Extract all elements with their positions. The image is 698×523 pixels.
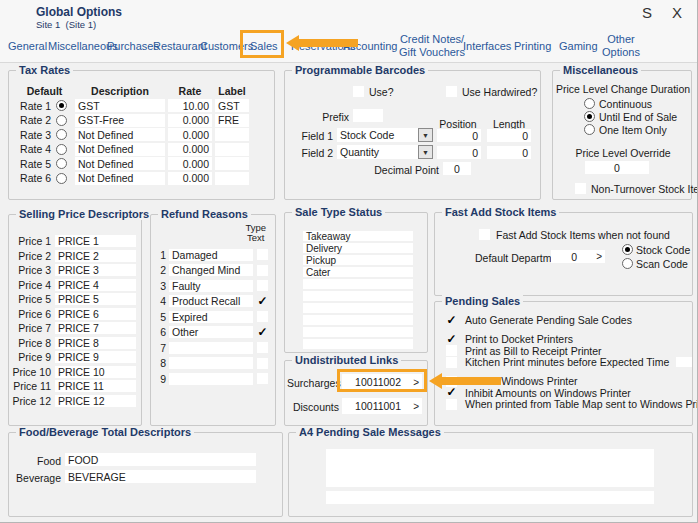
refund-reason-field[interactable]: Changed Mind	[169, 264, 253, 276]
tax-default-radio[interactable]	[56, 129, 67, 140]
field2-position-field[interactable]: 0	[437, 146, 481, 159]
tax-default-radio[interactable]	[56, 173, 67, 184]
tab-other-options[interactable]: Other Options	[602, 33, 640, 59]
until-end-of-sale-radio[interactable]	[584, 111, 595, 122]
refund-reason-field[interactable]	[169, 373, 253, 385]
use-checkbox[interactable]	[353, 86, 364, 97]
close-window-button[interactable]: X	[672, 4, 682, 21]
sale-type-field[interactable]: Delivery	[303, 243, 413, 253]
sale-type-field[interactable]	[303, 279, 413, 289]
tax-rate-field[interactable]: 0.000	[168, 114, 212, 127]
field2-dropdown[interactable]: Quantity ▼	[337, 145, 433, 159]
price-descriptor-field[interactable]: PRICE 5	[55, 293, 136, 305]
chevron-down-icon[interactable]: ▼	[418, 128, 433, 142]
tab-credit-notes-gift-vouchers[interactable]: Credit Notes/ Gift Vouchers	[399, 33, 465, 59]
tax-label-field[interactable]	[215, 172, 249, 185]
tax-rate-field[interactable]: 0.000	[168, 157, 212, 170]
tax-label-field[interactable]	[215, 157, 249, 170]
type-text-checkbox[interactable]: ✓	[256, 326, 269, 339]
price-descriptor-field[interactable]: PRICE 8	[55, 337, 136, 349]
tax-default-radio[interactable]	[56, 100, 67, 111]
tax-description-field[interactable]: Not Defined	[75, 143, 165, 156]
scan-code-radio[interactable]	[622, 258, 633, 269]
tax-rate-field[interactable]: 0.000	[168, 143, 212, 156]
refund-reason-field[interactable]: Faulty	[169, 280, 253, 292]
price-descriptor-field[interactable]: PRICE 12	[55, 395, 136, 407]
tax-description-field[interactable]: GST-Free	[75, 114, 165, 127]
tab-customers[interactable]: Customers	[200, 40, 253, 52]
tab-printing[interactable]: Printing	[514, 40, 551, 52]
type-text-checkbox[interactable]	[257, 311, 268, 322]
sale-type-field[interactable]: Takeaway	[303, 231, 413, 241]
price-descriptor-field[interactable]: PRICE 11	[55, 380, 136, 392]
discounts-field[interactable]: 10011001 >	[342, 398, 422, 414]
type-text-checkbox[interactable]	[257, 280, 268, 291]
price-descriptor-field[interactable]: PRICE 10	[55, 366, 136, 378]
tax-label-field[interactable]: GST	[215, 99, 249, 112]
type-text-checkbox[interactable]	[257, 249, 268, 260]
refund-reason-field[interactable]: Other	[169, 326, 253, 338]
price-descriptor-field[interactable]: PRICE 9	[55, 351, 136, 363]
food-field[interactable]: FOOD	[65, 453, 256, 466]
refund-reason-field[interactable]: Expired	[169, 311, 253, 323]
table-map-checkbox[interactable]	[446, 399, 457, 410]
tax-default-radio[interactable]	[56, 115, 67, 126]
tax-label-field[interactable]	[215, 143, 249, 156]
save-window-button[interactable]: S	[642, 4, 652, 21]
surcharges-field[interactable]: 10011002 >	[342, 374, 422, 390]
tab-purchases[interactable]: Purchases	[107, 40, 159, 52]
a4-message-textarea[interactable]	[326, 449, 654, 487]
tab-accounting[interactable]: Accounting	[343, 40, 397, 52]
kitchen-print-minutes-field[interactable]	[676, 357, 692, 367]
tax-description-field[interactable]: Not Defined	[75, 157, 165, 170]
type-text-checkbox[interactable]	[257, 373, 268, 384]
sale-type-field[interactable]	[303, 291, 413, 301]
type-text-checkbox[interactable]	[257, 342, 268, 353]
price-descriptor-field[interactable]: PRICE 4	[55, 279, 136, 291]
print-bill-checkbox[interactable]	[446, 345, 457, 356]
print-docket-checkbox[interactable]: ✓	[445, 333, 458, 346]
sale-type-field[interactable]	[303, 327, 413, 337]
price-descriptor-field[interactable]: PRICE 3	[55, 264, 136, 276]
auto-generate-checkbox[interactable]: ✓	[445, 314, 458, 327]
sale-type-field[interactable]	[303, 303, 413, 313]
tax-label-field[interactable]: FRE	[215, 114, 249, 127]
sale-type-field[interactable]	[303, 315, 413, 325]
refund-reason-field[interactable]	[169, 342, 253, 354]
refund-reason-field[interactable]: Damaged	[169, 249, 253, 261]
lookup-button[interactable]: >	[413, 377, 419, 388]
type-text-checkbox[interactable]	[257, 358, 268, 369]
refund-reason-field[interactable]: Product Recall	[169, 295, 253, 307]
prefix-field[interactable]	[353, 109, 383, 122]
price-descriptor-field[interactable]: PRICE 1	[55, 235, 136, 247]
field2-length-field[interactable]: 0	[487, 146, 531, 159]
tax-rate-field[interactable]: 0.000	[168, 128, 212, 141]
tax-default-radio[interactable]	[56, 144, 67, 155]
continuous-radio[interactable]	[584, 98, 595, 109]
tab-general[interactable]: General	[8, 40, 47, 52]
one-item-only-radio[interactable]	[584, 124, 595, 135]
field1-position-field[interactable]: 0	[437, 129, 481, 142]
tax-description-field[interactable]: GST	[75, 99, 165, 112]
sale-type-field[interactable]: Cater	[303, 267, 413, 277]
tab-sales[interactable]: Sales	[250, 40, 278, 52]
tax-rate-field[interactable]: 0.000	[168, 172, 212, 185]
chevron-down-icon[interactable]: ▼	[418, 145, 433, 159]
use-hardwired-checkbox[interactable]	[446, 86, 457, 97]
tax-description-field[interactable]: Not Defined	[75, 128, 165, 141]
beverage-field[interactable]: BEVERAGE	[65, 470, 256, 483]
price-descriptor-field[interactable]: PRICE 7	[55, 322, 136, 334]
tab-gaming[interactable]: Gaming	[559, 40, 598, 52]
price-descriptor-field[interactable]: PRICE 2	[55, 250, 136, 262]
tab-restaurant[interactable]: Restaurant	[153, 40, 207, 52]
tax-description-field[interactable]: Not Defined	[75, 172, 165, 185]
lookup-button[interactable]: >	[596, 251, 602, 262]
a4-message-footer-field[interactable]	[326, 491, 654, 504]
sale-type-field[interactable]: Pickup	[303, 255, 413, 265]
decimal-point-field[interactable]: 0	[443, 162, 471, 175]
refund-reason-field[interactable]	[169, 357, 253, 369]
field1-dropdown[interactable]: Stock Code ▼	[337, 128, 433, 142]
price-level-override-field[interactable]: 0	[585, 161, 649, 174]
tax-rate-field[interactable]: 10.00	[168, 99, 212, 112]
fast-add-checkbox[interactable]	[479, 229, 490, 240]
